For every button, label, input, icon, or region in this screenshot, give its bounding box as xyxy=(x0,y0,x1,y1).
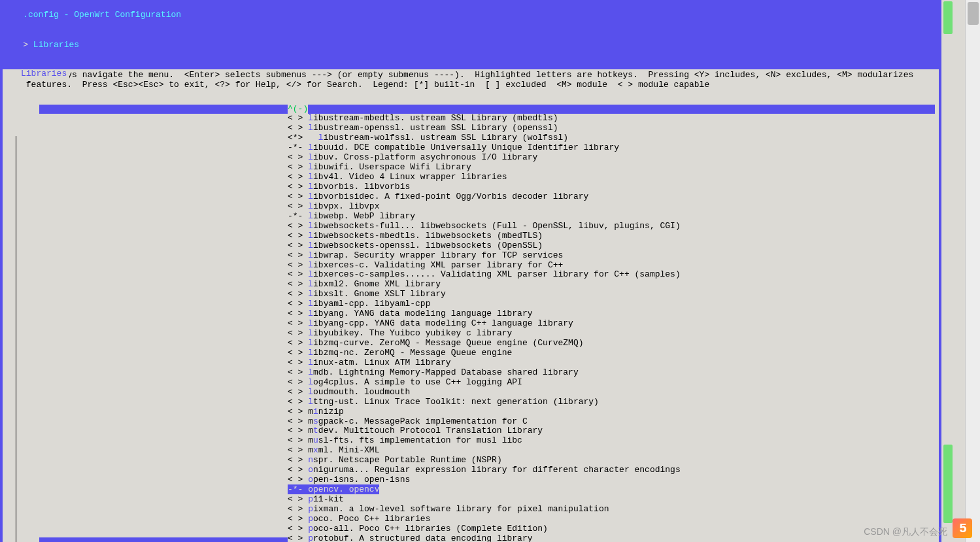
terminal-window: .config - OpenWrt Configuration > Librar… xyxy=(0,0,941,542)
menu-item[interactable]: < > pixman. a low-level software library… xyxy=(288,505,939,515)
content-area: Libraries Arrow keys navigate the menu. … xyxy=(3,69,939,542)
menu-item[interactable]: < > mxml. Mini-XML xyxy=(288,446,939,456)
scroll-bar-segment xyxy=(39,105,288,114)
menu-item[interactable]: < > musl-fts. fts implementation for mus… xyxy=(288,436,939,446)
menu-item[interactable]: < > libustream-mbedtls. ustream SSL Libr… xyxy=(288,114,939,124)
menu-item[interactable]: < > loudmouth. loudmouth xyxy=(288,388,939,398)
breadcrumb: > Libraries xyxy=(0,31,941,60)
menu-item[interactable]: <*> libustream-wolfssl. ustream SSL Libr… xyxy=(288,133,939,143)
menu-item[interactable]: < > lttng-ust. Linux Trace Toolkit: next… xyxy=(288,398,939,407)
menu-item[interactable]: < > msgpack-c. MessagePack implementatio… xyxy=(288,417,939,427)
scroll-up-icon[interactable]: ^(-) xyxy=(288,105,308,114)
menu-item[interactable]: < > libzmq-nc. ZeroMQ - Message Queue en… xyxy=(288,348,939,358)
menu-item[interactable]: -*- libuuid. DCE compatible Universally … xyxy=(288,143,939,153)
scroll-indicator-top: ^(-) xyxy=(3,105,939,114)
menu-item[interactable]: < > libyubikey. The Yuibco yubikey c lib… xyxy=(288,329,939,339)
menu-item[interactable]: < > libxml2. Gnome XML library xyxy=(288,280,939,290)
scroll-bar-segment xyxy=(308,105,935,114)
menu-item[interactable]: < > libwrap. Security wrapper library fo… xyxy=(288,251,939,261)
csdn-icon xyxy=(953,518,972,538)
title-bar: .config - OpenWrt Configuration xyxy=(0,0,941,31)
menu-item[interactable]: < > libustream-openssl. ustream SSL Libr… xyxy=(288,124,939,133)
menu-item[interactable]: < > libwebsockets-full... libwebsockets … xyxy=(288,222,939,231)
bottom-bar-segment xyxy=(39,537,288,542)
menu-item[interactable]: < > libzmq-curve. ZeroMQ - Message Queue… xyxy=(288,339,939,348)
menu-item[interactable]: < > libyang. YANG data modeling language… xyxy=(288,309,939,319)
menu-item[interactable]: < > poco-all. Poco C++ libraries (Comple… xyxy=(288,524,939,534)
menu-item[interactable]: < > libyaml-cpp. libyaml-cpp xyxy=(288,299,939,309)
help-text: Arrow keys navigate the menu. <Enter> se… xyxy=(3,69,939,92)
menu-item[interactable]: < > libxerces-c. Validating XML parser l… xyxy=(288,261,939,271)
menu-items[interactable]: < > libustream-mbedtls. ustream SSL Libr… xyxy=(3,114,939,542)
outer-scrollbar[interactable] xyxy=(965,0,980,542)
menu-item[interactable]: < > poco. Poco C++ libraries xyxy=(288,515,939,524)
menu-item[interactable]: < > libv4l. Video 4 Linux wrapper librar… xyxy=(288,173,939,182)
config-title: .config - OpenWrt Configuration xyxy=(23,10,181,20)
menu-item[interactable]: < > libxerces-c-samples...... Validating… xyxy=(288,270,939,280)
menu-item[interactable]: < > open-isns. open-isns xyxy=(288,475,939,485)
menu-item[interactable]: -*- opencv. opencv xyxy=(288,485,939,495)
menu-item[interactable]: < > oniguruma... Regular expression libr… xyxy=(288,466,939,475)
box-title: Libraries xyxy=(18,69,69,79)
menu-item[interactable]: < > libuwifi. Userspace Wifi Library xyxy=(288,163,939,173)
breadcrumb-current: Libraries xyxy=(33,40,79,50)
menu-item[interactable]: < > libyang-cpp. YANG data modeling C++ … xyxy=(288,319,939,329)
menu-item[interactable]: < > libvorbisidec. A fixed-point Ogg/Vor… xyxy=(288,192,939,202)
menu-item[interactable]: < > libuv. Cross-platform asychronous I/… xyxy=(288,153,939,163)
menu-item[interactable]: < > protobuf. A structured data encoding… xyxy=(288,534,939,542)
menu-item[interactable]: < > nspr. Netscape Portable Runtime (NSP… xyxy=(288,456,939,466)
menu-item[interactable]: -*- libwebp. WebP library xyxy=(288,212,939,222)
outer-scrollbar-thumb[interactable] xyxy=(968,2,979,25)
menu-item[interactable]: < > libvorbis. libvorbis xyxy=(288,182,939,192)
menu-item[interactable]: < > minizip xyxy=(288,407,939,417)
scrollbar-thumb[interactable] xyxy=(943,445,953,523)
menu-item[interactable]: < > libwebsockets-openssl. libwebsockets… xyxy=(288,241,939,251)
breadcrumb-arrow: > xyxy=(23,40,33,50)
list-area: ^(-) < > libustream-mbedtls. ustream SSL… xyxy=(3,105,939,543)
scrollbar-thumb[interactable] xyxy=(943,1,953,34)
menu-item[interactable]: < > p11-kit xyxy=(288,495,939,505)
menu-item[interactable]: < > linux-atm. Linux ATM library xyxy=(288,358,939,368)
menu-item[interactable]: < > log4cplus. A simple to use C++ loggi… xyxy=(288,378,939,388)
menu-item[interactable]: < > libwebsockets-mbedtls. libwebsockets… xyxy=(288,231,939,241)
menu-item[interactable]: < > mtdev. Multitouch Protocol Translati… xyxy=(288,426,939,436)
watermark-text: CSDN @凡人不会死 xyxy=(864,526,947,537)
menu-item[interactable]: < > libvpx. libvpx xyxy=(288,202,939,212)
menu-item[interactable]: < > libxslt. Gnome XSLT library xyxy=(288,290,939,299)
menu-item[interactable]: < > lmdb. Lightning Memory-Mapped Databa… xyxy=(288,368,939,378)
